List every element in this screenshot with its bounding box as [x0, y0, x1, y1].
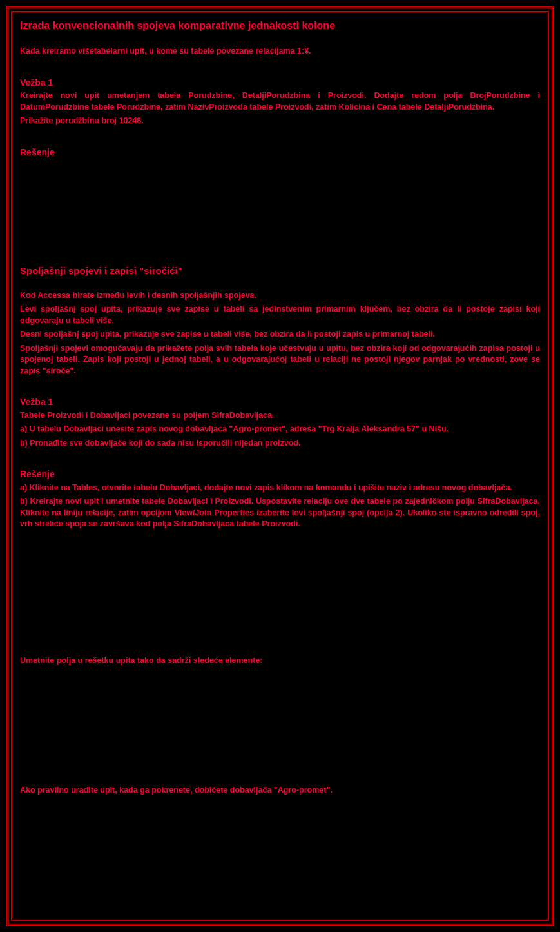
section1-resenje-label: Rešenje [20, 146, 540, 159]
section2-title: Spoljašnji spojevi i zapisi "siročići" [20, 264, 540, 277]
section1-vezba-instruction: Prikažite porudžbinu broj 10248. [20, 115, 540, 127]
section2-vezba-label: Vežba 1 [20, 396, 540, 409]
section2-para3: Desni spoljašnj spoj upita, prikazuje sv… [20, 329, 540, 341]
image-placeholder-1 [20, 161, 540, 257]
section2-para4: Spoljašnji spojevi omogućavaju da prikaž… [20, 343, 540, 377]
section2-resenje-b: b) Kreirajte novi upit i umetnite tabele… [20, 496, 540, 530]
section1-intro: Kada kreiramo višetabelarni upit, u kome… [20, 46, 540, 57]
section2-vezba-line2: a) U tabelu Dobavljaci unesite zapis nov… [20, 424, 540, 435]
outer-frame: Izrada konvencionalnih spojeva komparati… [6, 6, 554, 926]
section2-vezba-line3: b) Pronađite sve dobavljače koji do sada… [20, 438, 540, 450]
section3-insert-text: Umetnite polja u rešetku upita tako da s… [20, 655, 540, 667]
section3-final-text: Ako pravilno uradite upit, kada ga pokre… [20, 785, 540, 797]
section2-para1: Kod Accessa birate između levih i desnih… [20, 290, 540, 302]
section2-resenje-label: Rešenje [20, 468, 540, 481]
section2-resenje-a: a) Kliknite na Tables, otvorite tabelu D… [20, 482, 540, 494]
section1-vezba-label: Vežba 1 [20, 77, 540, 90]
section1-title: Izrada konvencionalnih spojeva komparati… [20, 19, 540, 33]
image-placeholder-2 [20, 533, 540, 655]
section2-para2: Levi spoljašnj spoj upita, prikazuje sve… [20, 304, 540, 326]
document-content: Izrada konvencionalnih spojeva komparati… [20, 19, 540, 883]
section1-vezba-text: Kreirajte novi upit umetanjem tabela Por… [20, 90, 540, 113]
bottom-spacer [20, 799, 540, 883]
inner-frame: Izrada konvencionalnih spojeva komparati… [11, 11, 549, 921]
section2-vezba-line1: Tabele Proizvodi i Dobavljaci povezane s… [20, 410, 540, 422]
image-placeholder-3 [20, 669, 540, 785]
